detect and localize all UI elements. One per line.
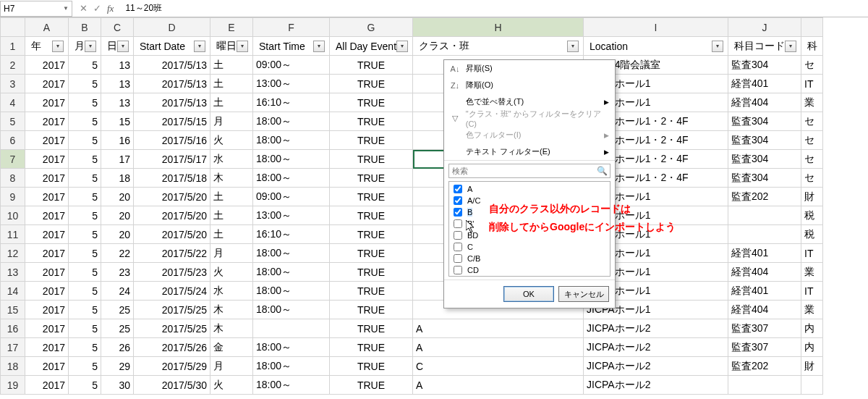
cell[interactable]: 13	[101, 75, 134, 93]
col-header-I[interactable]: I	[584, 18, 728, 37]
cell[interactable]: 内	[801, 319, 823, 338]
cell[interactable]: 財	[801, 357, 823, 376]
cell[interactable]	[253, 319, 330, 338]
cell[interactable]: 土	[210, 206, 253, 225]
cell[interactable]: 土	[210, 225, 253, 244]
filter-check-item[interactable]: BD	[451, 230, 608, 241]
col-header-A[interactable]: A	[25, 18, 69, 37]
cell[interactable]: A	[413, 376, 584, 395]
cell[interactable]: 5	[69, 150, 101, 169]
cell[interactable]: 5	[69, 206, 101, 225]
filter-button[interactable]: ▾	[237, 41, 248, 52]
cell[interactable]: TRUE	[330, 75, 413, 93]
cell[interactable]: 22	[101, 244, 134, 263]
cell[interactable]: 水	[210, 282, 253, 301]
cell[interactable]: 税	[801, 225, 823, 244]
cell[interactable]: 18	[101, 169, 134, 188]
cell[interactable]: 監査202	[728, 357, 801, 376]
filter-check-item[interactable]: C/B	[451, 253, 608, 264]
cell[interactable]: 水	[210, 150, 253, 169]
cell[interactable]: 2017/5/20	[134, 206, 210, 225]
filter-checkbox[interactable]	[454, 208, 462, 217]
cell[interactable]: 監査304	[728, 169, 801, 188]
cell[interactable]: 業	[801, 93, 823, 112]
cell[interactable]: 15	[101, 112, 134, 131]
col-header-J[interactable]: J	[728, 18, 801, 37]
cell[interactable]: 2017	[25, 301, 69, 319]
cell[interactable]: 30	[101, 376, 134, 395]
cell[interactable]: 5	[69, 338, 101, 357]
cell[interactable]: IT	[801, 282, 823, 301]
row-header[interactable]: 3	[1, 75, 25, 93]
cell[interactable]: 5	[69, 357, 101, 376]
cell[interactable]: 13:00～	[253, 75, 330, 93]
row-header[interactable]: 6	[1, 131, 25, 150]
cell[interactable]: JICPAホール2	[584, 338, 728, 357]
cell[interactable]	[728, 376, 801, 395]
cell[interactable]: JICPAホール2	[584, 319, 728, 338]
cell[interactable]: セ	[801, 112, 823, 131]
cell[interactable]: 2017/5/20	[134, 188, 210, 206]
cell[interactable]: 2017/5/25	[134, 319, 210, 338]
cell[interactable]: TRUE	[330, 263, 413, 282]
cell[interactable]: 火	[210, 376, 253, 395]
filter-check-item[interactable]: C	[451, 241, 608, 253]
cell[interactable]: 監査304	[728, 150, 801, 169]
cell[interactable]: 16	[101, 131, 134, 150]
cell[interactable]: 5	[69, 93, 101, 112]
cell[interactable]: 金	[210, 338, 253, 357]
cell[interactable]: 5	[69, 244, 101, 263]
cell[interactable]: 20	[101, 188, 134, 206]
cell[interactable]: 監査304	[728, 56, 801, 75]
col-header-D[interactable]: D	[134, 18, 210, 37]
row-header[interactable]: 13	[1, 263, 25, 282]
cell[interactable]: 2017/5/16	[134, 131, 210, 150]
cell[interactable]: TRUE	[330, 188, 413, 206]
filter-checkbox[interactable]	[454, 231, 462, 240]
filter-button[interactable]: ▾	[396, 41, 408, 52]
cell[interactable]: 5	[69, 319, 101, 338]
cell[interactable]: 25	[101, 301, 134, 319]
cell[interactable]: 16:10～	[253, 93, 330, 112]
cell[interactable]: 2017/5/17	[134, 150, 210, 169]
cell[interactable]: 2017/5/20	[134, 225, 210, 244]
header-cell[interactable]: 科	[801, 37, 823, 56]
cancel-formula-icon[interactable]: ✕	[80, 3, 88, 14]
col-header-K[interactable]	[801, 18, 823, 37]
sort-color-item[interactable]: 色で並べ替え(T) ▶	[444, 93, 615, 110]
cell[interactable]: 18:00～	[253, 376, 330, 395]
filter-search-input[interactable]	[448, 164, 610, 178]
row-header[interactable]: 14	[1, 282, 25, 301]
cell[interactable]: 監査307	[728, 319, 801, 338]
cell[interactable]: 5	[69, 225, 101, 244]
filter-button[interactable]: ▾	[85, 41, 96, 52]
row-header[interactable]: 2	[1, 56, 25, 75]
cell[interactable]	[728, 225, 801, 244]
cell[interactable]: セ	[801, 150, 823, 169]
cell[interactable]: 2017	[25, 75, 69, 93]
filter-checkbox[interactable]	[454, 196, 462, 205]
col-header-G[interactable]: G	[330, 18, 413, 37]
cell[interactable]: 29	[101, 357, 134, 376]
header-cell[interactable]: 年▾	[25, 37, 69, 56]
cell[interactable]: 監査307	[728, 338, 801, 357]
cell[interactable]: TRUE	[330, 169, 413, 188]
cell[interactable]: 13	[101, 56, 134, 75]
cell[interactable]: 5	[69, 301, 101, 319]
header-cell[interactable]: 月▾	[69, 37, 101, 56]
cell[interactable]: 2017/5/29	[134, 357, 210, 376]
cell[interactable]: 2017	[25, 131, 69, 150]
cell[interactable]: 5	[69, 169, 101, 188]
row-header[interactable]: 8	[1, 169, 25, 188]
cell[interactable]: 18:00～	[253, 282, 330, 301]
filter-check-item[interactable]: CD	[451, 264, 608, 276]
filter-button[interactable]: ▾	[194, 41, 205, 52]
cell[interactable]: 監査304	[728, 131, 801, 150]
cell[interactable]: 2017	[25, 93, 69, 112]
cell[interactable]: 監査304	[728, 112, 801, 131]
cell[interactable]: 5	[69, 56, 101, 75]
cancel-button[interactable]: キャンセル	[558, 286, 609, 302]
cell[interactable]: セ	[801, 169, 823, 188]
filter-checkbox[interactable]	[454, 219, 462, 228]
filter-button[interactable]: ▾	[785, 41, 796, 52]
